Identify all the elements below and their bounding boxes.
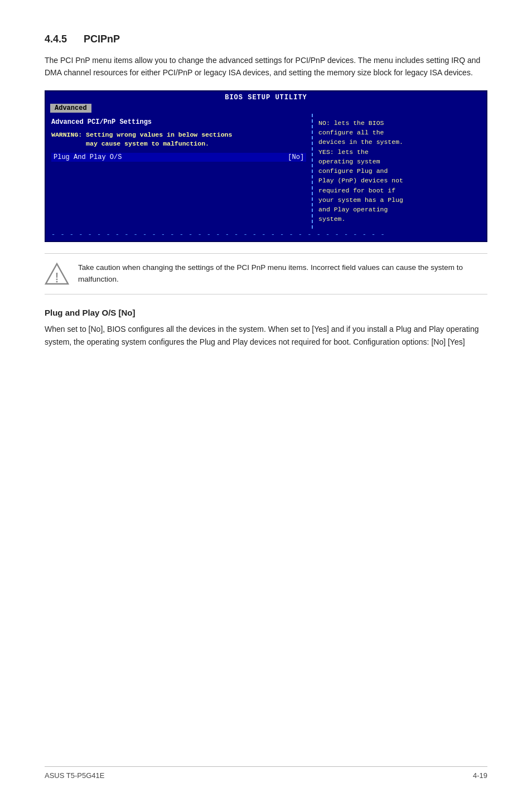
section-number: 4.4.5 <box>45 33 67 45</box>
footer-left: ASUS T5-P5G41E <box>45 771 104 780</box>
bios-section-header: Advanced PCI/PnP Settings <box>51 118 306 126</box>
warning-box: ! Take caution when changing the setting… <box>45 253 487 294</box>
bios-warning: WARNING: Setting wrong values in below s… <box>51 131 306 148</box>
svg-point-2 <box>56 281 58 282</box>
bios-setting-value: [No] <box>288 153 304 161</box>
section-title: PCIPnP <box>84 33 120 45</box>
warning-icon: ! <box>45 262 69 286</box>
page-footer: ASUS T5-P5G41E 4-19 <box>45 766 487 780</box>
bios-dashes: - - - - - - - - - - - - - - - - - - - - … <box>46 229 486 241</box>
bios-left-panel: Advanced PCI/PnP Settings WARNING: Setti… <box>46 114 313 229</box>
warning-box-text: Take caution when changing the settings … <box>78 262 487 286</box>
section-heading: 4.4.5 PCIPnP <box>45 33 487 45</box>
bios-help-text: NO: lets the BIOS configure all the devi… <box>318 119 403 223</box>
plug-section-body: When set to [No], BIOS configures all th… <box>45 323 487 349</box>
svg-text:!: ! <box>55 271 59 282</box>
bios-right-panel: NO: lets the BIOS configure all the devi… <box>313 114 486 229</box>
bios-tab-row: Advanced <box>46 103 486 114</box>
bios-body: Advanced PCI/PnP Settings WARNING: Setti… <box>46 114 486 229</box>
subsection-title: Plug and Play O/S [No] <box>45 308 487 317</box>
bios-screen: BIOS SETUP UTILITY Advanced Advanced PCI… <box>45 90 487 242</box>
intro-paragraph: The PCI PnP menu items allow you to chan… <box>45 54 487 79</box>
bios-setting-label: Plug And Play O/S <box>54 153 122 161</box>
bios-tab-advanced: Advanced <box>50 104 91 113</box>
bios-setting-row: Plug And Play O/S [No] <box>51 153 306 162</box>
bios-title-bar: BIOS SETUP UTILITY <box>46 91 486 103</box>
footer-right: 4-19 <box>473 771 487 780</box>
